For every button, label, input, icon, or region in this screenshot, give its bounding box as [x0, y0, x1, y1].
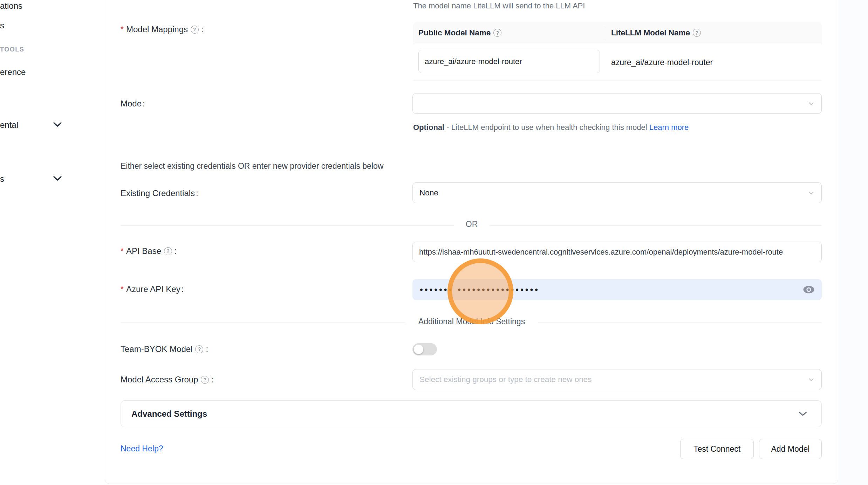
- sidebar-item-settings[interactable]: s: [0, 174, 4, 184]
- model-mappings-label-text: Model Mappings: [126, 25, 188, 34]
- add-model-page: ations s TOOLS erence ental s The model …: [0, 0, 868, 485]
- colon: :: [201, 25, 204, 34]
- model-mappings-label: * Model Mappings ? :: [121, 25, 204, 34]
- sidebar-item[interactable]: s: [0, 21, 4, 30]
- team-byok-toggle[interactable]: [412, 343, 437, 355]
- model-access-group-label-text: Model Access Group: [121, 375, 198, 384]
- model-access-group-select[interactable]: Select existing groups or type to create…: [412, 369, 822, 390]
- existing-credentials-label-text: Existing Credentials: [121, 188, 195, 198]
- sidebar-item-organizations[interactable]: ations: [0, 1, 22, 11]
- model-name-help-text: The model name LiteLLM will send to the …: [413, 1, 585, 11]
- mode-help-text: Optional - LiteLLM endpoint to use when …: [413, 120, 693, 134]
- mode-label-text: Mode: [121, 99, 142, 109]
- sidebar-item-reference[interactable]: erence: [0, 67, 26, 77]
- column-separator: [604, 26, 604, 40]
- public-model-name-header: Public Model Name ?: [413, 28, 604, 37]
- help-question-icon[interactable]: ?: [201, 376, 209, 384]
- azure-api-key-label: * Azure API Key :: [121, 284, 184, 294]
- or-divider-line-right: [489, 225, 822, 226]
- mode-label: Mode :: [121, 99, 145, 109]
- sidebar-item-experimental[interactable]: ental: [0, 120, 18, 130]
- model-access-group-label: Model Access Group ? :: [121, 375, 214, 384]
- masked-api-key: ••••••• •••••••••••••••••: [420, 279, 540, 300]
- help-question-icon[interactable]: ?: [493, 29, 501, 37]
- public-model-name-header-text: Public Model Name: [418, 28, 491, 37]
- sidebar-section-tools: TOOLS: [0, 46, 24, 53]
- colon: :: [182, 284, 184, 294]
- chevron-down-icon: [798, 411, 807, 417]
- api-base-label: * API Base ? :: [121, 246, 177, 256]
- chevron-down-icon[interactable]: [53, 122, 62, 127]
- required-mark: *: [121, 247, 124, 256]
- mappings-table-header: Public Model Name ? LiteLLM Model Name ?: [413, 22, 822, 44]
- additional-divider-text: Additional Model Info Settings: [405, 317, 538, 326]
- existing-credentials-label: Existing Credentials :: [121, 188, 198, 198]
- advanced-settings-title: Advanced Settings: [131, 409, 207, 419]
- optional-bold: Optional: [413, 123, 444, 132]
- sidebar: ations s TOOLS erence ental s: [0, 0, 105, 485]
- existing-credentials-value: None: [419, 188, 438, 198]
- mode-select[interactable]: [412, 93, 822, 114]
- learn-more-link[interactable]: Learn more: [649, 123, 689, 132]
- required-mark: *: [121, 285, 124, 294]
- test-connect-button[interactable]: Test Connect: [680, 439, 754, 459]
- additional-divider-line-left: [121, 323, 405, 323]
- colon: :: [175, 246, 177, 256]
- model-mappings-table: Public Model Name ? LiteLLM Model Name ?…: [413, 22, 822, 81]
- add-model-button[interactable]: Add Model: [759, 439, 822, 459]
- or-divider-line-left: [121, 225, 454, 226]
- eye-icon[interactable]: [803, 286, 814, 294]
- help-question-icon[interactable]: ?: [164, 247, 172, 255]
- team-byok-label: Team-BYOK Model ? :: [121, 344, 208, 354]
- or-divider-text: OR: [456, 220, 488, 229]
- litellm-model-name-value: azure_ai/azure-model-router: [611, 44, 713, 81]
- api-base-input[interactable]: https://ishaa-mh6uutut-swedencentral.cog…: [412, 242, 822, 262]
- credentials-note: Either select existing credentials OR en…: [121, 161, 383, 171]
- chevron-down-icon: [808, 376, 815, 383]
- additional-divider-line-right: [538, 323, 822, 323]
- required-mark: *: [121, 25, 124, 34]
- page-background-strip: [838, 0, 868, 485]
- chevron-down-icon[interactable]: [53, 176, 62, 181]
- public-model-name-input[interactable]: [418, 50, 600, 73]
- azure-api-key-label-text: Azure API Key: [126, 284, 180, 294]
- colon: :: [143, 99, 145, 109]
- mappings-table-row: azure_ai/azure-model-router: [413, 44, 822, 81]
- help-question-icon[interactable]: ?: [191, 26, 199, 34]
- existing-credentials-select[interactable]: None: [412, 182, 822, 203]
- colon: :: [206, 344, 208, 354]
- azure-api-key-input[interactable]: ••••••• •••••••••••••••••: [412, 279, 822, 300]
- chevron-down-icon: [808, 100, 815, 107]
- help-question-icon[interactable]: ?: [693, 29, 701, 37]
- api-base-label-text: API Base: [126, 246, 161, 256]
- toggle-knob: [414, 345, 423, 354]
- litellm-model-name-header-text: LiteLLM Model Name: [611, 28, 690, 37]
- litellm-model-name-header: LiteLLM Model Name ?: [604, 28, 702, 37]
- need-help-link[interactable]: Need Help?: [121, 444, 163, 453]
- mode-help-body: - LiteLLM endpoint to use when health ch…: [444, 123, 649, 132]
- team-byok-label-text: Team-BYOK Model: [121, 344, 192, 354]
- api-base-value: https://ishaa-mh6uutut-swedencentral.cog…: [419, 248, 783, 257]
- help-question-icon[interactable]: ?: [195, 345, 203, 353]
- advanced-settings-panel[interactable]: Advanced Settings: [121, 400, 822, 427]
- colon: :: [211, 375, 214, 384]
- colon: :: [196, 188, 198, 198]
- model-access-group-placeholder: Select existing groups or type to create…: [419, 375, 592, 384]
- chevron-down-icon: [808, 189, 815, 196]
